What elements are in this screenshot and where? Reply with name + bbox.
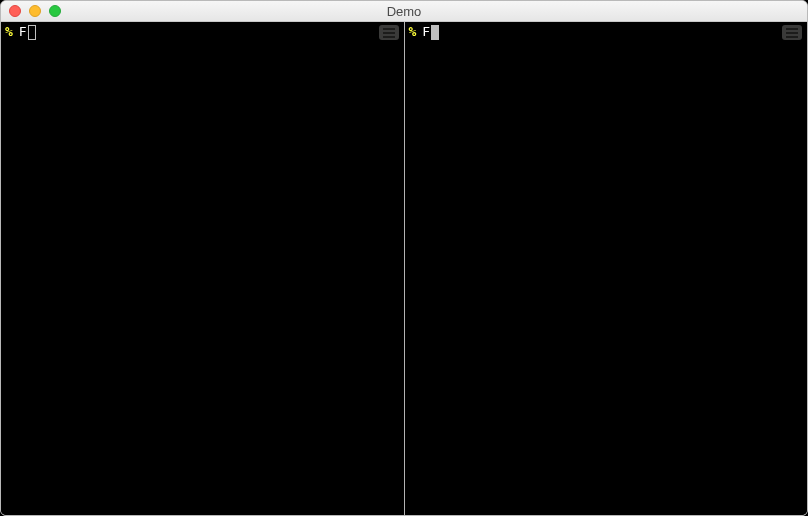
pane-menu-button[interactable] (782, 25, 802, 40)
close-button[interactable] (9, 5, 21, 17)
zoom-button[interactable] (49, 5, 61, 17)
terminal-window: Demo % F % F (0, 0, 808, 516)
cursor-inactive (28, 25, 36, 40)
svg-rect-1 (383, 32, 395, 34)
terminal-pane-left[interactable]: % F (1, 22, 404, 515)
command-input[interactable]: F (422, 24, 430, 40)
terminal-pane-right[interactable]: % F (405, 22, 808, 515)
command-input[interactable]: F (19, 24, 27, 40)
svg-rect-3 (786, 28, 798, 30)
prompt-line: % F (5, 24, 400, 40)
prompt-line: % F (409, 24, 804, 40)
window-titlebar[interactable]: Demo (1, 1, 807, 22)
pane-menu-button[interactable] (379, 25, 399, 40)
prompt-symbol: % (409, 24, 417, 40)
cursor-active (431, 25, 439, 40)
window-title: Demo (1, 4, 807, 19)
svg-rect-0 (383, 28, 395, 30)
svg-rect-5 (786, 36, 798, 38)
hamburger-icon (785, 27, 799, 38)
terminal-content: % F % F (1, 22, 807, 515)
traffic-lights (9, 5, 61, 17)
svg-rect-4 (786, 32, 798, 34)
minimize-button[interactable] (29, 5, 41, 17)
svg-rect-2 (383, 36, 395, 38)
prompt-symbol: % (5, 24, 13, 40)
hamburger-icon (382, 27, 396, 38)
